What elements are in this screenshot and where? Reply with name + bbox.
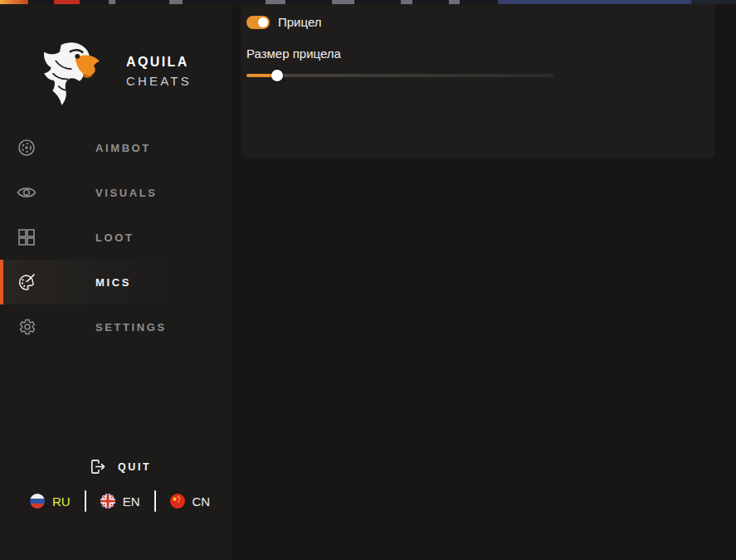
sidebar-item-aimbot[interactable]: AIMBOT <box>0 125 232 170</box>
sidebar: AQUILA CHEATS AIMBOT VISUALS <box>0 4 232 560</box>
sidebar-menu: AIMBOT VISUALS LOOT <box>0 125 232 349</box>
uk-flag-icon <box>100 494 115 509</box>
eye-icon <box>17 183 37 202</box>
crosshair-toggle-label: Прицел <box>278 15 322 29</box>
crosshair-toggle[interactable] <box>246 16 270 29</box>
sidebar-item-label: MICS <box>95 276 131 289</box>
language-code: EN <box>123 494 140 509</box>
crosshair-icon <box>17 138 37 158</box>
crosshair-size-slider[interactable] <box>246 70 553 81</box>
sidebar-item-label: SETTINGS <box>95 321 167 334</box>
quit-button[interactable]: QUIT <box>88 457 151 476</box>
logout-icon <box>88 457 107 476</box>
language-divider <box>85 490 86 512</box>
sidebar-item-visuals[interactable]: VISUALS <box>0 170 232 215</box>
content-panel: Прицел Размер прицела <box>241 4 715 158</box>
crosshair-toggle-row[interactable]: Прицел <box>246 15 322 29</box>
slider-thumb[interactable] <box>271 70 283 81</box>
language-switcher: RU EN <box>30 490 210 512</box>
brand-title: AQUILA <box>126 55 192 70</box>
gear-icon <box>17 317 37 337</box>
language-code: CN <box>193 494 211 509</box>
language-cn[interactable]: CN <box>170 494 211 509</box>
brand-subtitle: CHEATS <box>126 74 192 88</box>
language-ru[interactable]: RU <box>30 494 71 509</box>
eagle-logo-icon <box>40 37 108 113</box>
slider-track[interactable] <box>246 74 553 77</box>
quit-label: QUIT <box>118 461 151 473</box>
language-code: RU <box>52 494 71 509</box>
sidebar-item-label: LOOT <box>95 231 134 244</box>
palette-icon <box>17 272 37 292</box>
toggle-knob <box>258 17 268 27</box>
sidebar-item-mics[interactable]: MICS <box>0 260 232 304</box>
russia-flag-icon <box>30 494 45 509</box>
sidebar-item-settings[interactable]: SETTINGS <box>0 304 232 349</box>
sidebar-item-loot[interactable]: LOOT <box>0 215 232 260</box>
brand-text: AQUILA CHEATS <box>126 55 192 88</box>
grid-icon <box>17 227 37 247</box>
sidebar-item-label: AIMBOT <box>95 142 151 154</box>
language-en[interactable]: EN <box>100 494 140 509</box>
brand-logo: AQUILA CHEATS <box>40 35 222 114</box>
sidebar-item-label: VISUALS <box>95 187 158 199</box>
crosshair-size-label: Размер прицела <box>246 46 341 61</box>
language-divider <box>154 490 156 512</box>
china-flag-icon <box>170 494 185 509</box>
